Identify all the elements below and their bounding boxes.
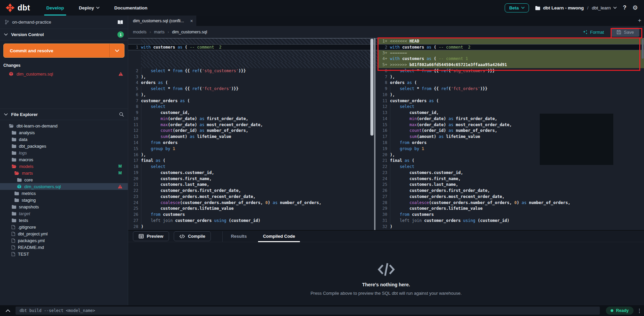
code-line[interactable]: 6),: [128, 92, 374, 98]
current-branch[interactable]: on-demand-practice: [0, 16, 128, 29]
code-line[interactable]: 22 select: [376, 164, 644, 170]
tree-item-dbt-packages[interactable]: dbt_packages: [0, 143, 128, 149]
code-line[interactable]: 13 sum(amount) as lifetime_value: [128, 134, 374, 140]
code-line[interactable]: 6 select * from {{ ref('stg_customers')}…: [376, 68, 644, 74]
code-line[interactable]: 4orders as (: [128, 80, 374, 86]
tab-results[interactable]: Results: [223, 231, 255, 242]
nav-documentation[interactable]: Documentation: [107, 0, 155, 16]
file-explorer-header[interactable]: File Explorer: [0, 109, 128, 120]
nav-deploy[interactable]: Deploy: [72, 0, 107, 16]
breadcrumb-marts[interactable]: marts: [154, 30, 164, 34]
code-line[interactable]: 8orders as (: [376, 80, 644, 86]
diff-spacer-row[interactable]: [128, 38, 374, 44]
code-line[interactable]: 1+<<<<<<< HEAD: [376, 38, 644, 44]
tree-item-analysis[interactable]: analysis: [0, 129, 128, 136]
changed-file-item[interactable]: dim_customers.sql: [0, 70, 128, 78]
code-line[interactable]: 20),: [376, 152, 644, 158]
code-line[interactable]: 15 group by 1: [128, 146, 374, 152]
code-line[interactable]: 16),: [128, 152, 374, 158]
format-button[interactable]: Format: [583, 30, 604, 35]
tree-item-macros[interactable]: macros: [0, 156, 128, 163]
code-line[interactable]: 16 count(order_id) as number_of_orders,: [376, 128, 644, 134]
tree-item-marts[interactable]: martsM: [0, 170, 128, 176]
code-line[interactable]: 7),: [376, 74, 644, 80]
code-line[interactable]: 3),: [128, 74, 374, 80]
tree-item-dbt-learn-on-demand[interactable]: dbt-learn-on-demand: [0, 122, 128, 129]
code-line[interactable]: 32): [376, 224, 644, 230]
diff-spacer-row[interactable]: [128, 56, 374, 62]
editor-pane-merged[interactable]: 1+<<<<<<< HEAD2with customers as ( -- co…: [376, 38, 644, 230]
code-line[interactable]: 14 min(order_date) as first_order_date,: [376, 116, 644, 122]
editor-scrollbar-thumb[interactable]: [370, 39, 373, 136]
code-line[interactable]: 28 coalesce(customer_orders.number_of_or…: [376, 200, 644, 206]
code-line[interactable]: 10 min(order_date) as first_order_date,: [128, 116, 374, 122]
code-line[interactable]: 30 from customers: [376, 212, 644, 218]
tree-item-staging[interactable]: staging: [0, 197, 128, 203]
code-line[interactable]: 20 customers.first_name,: [128, 176, 374, 182]
docs-book-icon[interactable]: [117, 20, 123, 25]
tab-dim-customers[interactable]: dim_customers.sql (confli... ×: [128, 16, 196, 26]
code-line[interactable]: 5 select * from {{ ref('fct_orders')}}: [128, 86, 374, 92]
code-line[interactable]: 12 select: [376, 104, 644, 110]
breadcrumb-models[interactable]: models: [133, 30, 146, 34]
tree-item-snapshots[interactable]: snapshots: [0, 203, 128, 210]
code-line[interactable]: 25 customers.last_name,: [376, 182, 644, 188]
tree-item-core[interactable]: core: [0, 176, 128, 183]
code-line[interactable]: 17 sum(amount) as lifetime_value: [376, 134, 644, 140]
code-line[interactable]: 17final as (: [128, 158, 374, 164]
code-line[interactable]: 13 customer_id,: [376, 110, 644, 116]
beta-dropdown[interactable]: Beta: [505, 3, 529, 12]
code-line[interactable]: 18 from orders: [376, 140, 644, 146]
status-badge[interactable]: Ready: [606, 307, 634, 315]
search-icon[interactable]: [119, 112, 124, 117]
code-line[interactable]: 24 coalesce(customer_orders.number_of_or…: [128, 200, 374, 206]
code-line[interactable]: 25 customer_orders.lifetime_value: [128, 206, 374, 212]
code-line[interactable]: 19 customers.customer_id,: [128, 170, 374, 176]
code-line[interactable]: 28): [128, 224, 374, 230]
code-line[interactable]: 23 customer_orders.most_recent_order_dat…: [128, 194, 374, 200]
close-icon[interactable]: ×: [190, 18, 193, 24]
code-line[interactable]: 11 max(order_date) as most_recent_order_…: [128, 122, 374, 128]
code-line[interactable]: 22 customer_orders.first_order_date,: [128, 188, 374, 194]
code-line[interactable]: 1with customers as ( -- comment 2: [128, 44, 374, 50]
code-line[interactable]: 9 customer_id,: [128, 110, 374, 116]
right-scrollbar-thumb[interactable]: [642, 39, 644, 59]
command-input[interactable]: [16, 307, 600, 315]
code-line[interactable]: 8 select: [128, 104, 374, 110]
tree-item-models[interactable]: modelsM: [0, 163, 128, 170]
tree-item--gitignore[interactable]: .gitignore: [0, 224, 128, 230]
code-line[interactable]: 26 customer_orders.first_order_date,: [376, 188, 644, 194]
commit-options-dropdown[interactable]: [109, 44, 124, 57]
code-line[interactable]: 18 select: [128, 164, 374, 170]
code-line[interactable]: 23 customers.customer_id,: [376, 170, 644, 176]
tree-item-dim-customers-sql[interactable]: dim_customers.sql: [0, 183, 128, 190]
code-line[interactable]: 27 customer_orders.most_recent_order_dat…: [376, 194, 644, 200]
save-button[interactable]: Save: [611, 28, 639, 37]
gear-icon[interactable]: ⚙: [633, 4, 638, 11]
code-line[interactable]: 26 from customers: [128, 212, 374, 218]
code-line[interactable]: 12 count(order_id) as number_of_orders,: [128, 128, 374, 134]
tree-item-packages-yml[interactable]: packages.yml: [0, 237, 128, 244]
code-line[interactable]: 5+>>>>>>> b81f802a66fd544504c65721e3ffaa…: [376, 62, 644, 68]
code-line[interactable]: 24 customers.first_name,: [376, 176, 644, 182]
code-line[interactable]: 21 customers.last_name,: [128, 182, 374, 188]
pane-divider[interactable]: [374, 38, 375, 230]
kebab-menu-icon[interactable]: ⋮: [637, 308, 642, 314]
editor-pane-local[interactable]: 1with customers as ( -- comment 22 selec…: [128, 38, 374, 230]
code-editor-split-view[interactable]: 1with customers as ( -- comment 22 selec…: [128, 38, 644, 230]
code-line[interactable]: 2 select * from {{ ref('stg_customers')}…: [128, 68, 374, 74]
preview-button[interactable]: Preview: [133, 231, 169, 241]
project-selector[interactable]: dbt Learn - mwong / dbt_learn: [535, 5, 617, 10]
code-line[interactable]: 29 customer_orders.lifetime_value: [376, 206, 644, 212]
tree-item-test[interactable]: TEST: [0, 251, 128, 257]
code-line[interactable]: 19 group by 1: [376, 146, 644, 152]
tree-item-logs[interactable]: logs: [0, 149, 128, 156]
version-control-header[interactable]: Version Control 1: [0, 29, 128, 40]
code-line[interactable]: 4+with customers as ( -- comment 1: [376, 56, 644, 62]
code-line[interactable]: 27 left join customer_orders using (cust…: [128, 218, 374, 224]
code-line[interactable]: 3+=======: [376, 50, 644, 56]
compile-button[interactable]: Compile: [174, 231, 211, 241]
tree-item-metrics[interactable]: metrics: [0, 190, 128, 197]
code-line[interactable]: 14 from orders: [128, 140, 374, 146]
code-line[interactable]: 2with customers as ( -- comment 2: [376, 44, 644, 50]
